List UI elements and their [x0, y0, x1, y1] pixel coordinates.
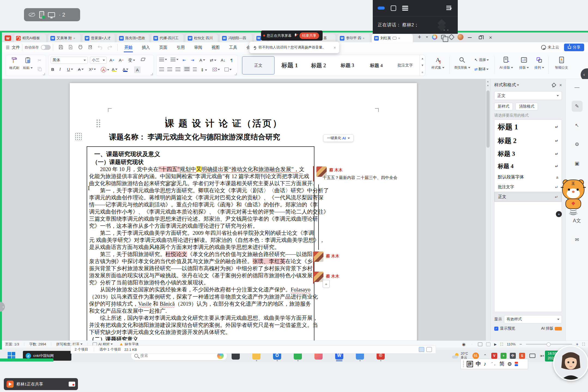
- style-item-标题 3[interactable]: 标题 3↵: [495, 147, 562, 160]
- hamburger-icon[interactable]: ☰: [6, 45, 10, 50]
- document-tab[interactable]: W艾美琳 附: [48, 34, 80, 42]
- add-comment-button[interactable]: +: [323, 280, 330, 288]
- scrollbar-thumb[interactable]: [486, 90, 490, 148]
- font-color-button[interactable]: A: [123, 67, 128, 72]
- style-item-标题 2[interactable]: 标题 2↵: [495, 134, 562, 147]
- style-set-button[interactable]: A✎ 样式集: [429, 56, 447, 70]
- ime-toolbar[interactable]: 拼 中 ♪ ゛， 简 ⚙: [460, 359, 528, 369]
- theme-ring-icon[interactable]: [432, 34, 437, 40]
- scroll-up-icon[interactable]: ▲: [487, 80, 489, 83]
- meeting-maximize-icon[interactable]: [391, 5, 396, 11]
- ime-simplified-icon[interactable]: 简: [499, 360, 505, 367]
- menu-审阅[interactable]: 审阅: [193, 43, 203, 52]
- gallery-scroll[interactable]: ▲▼≡: [420, 55, 425, 76]
- panel-close-icon[interactable]: ×: [559, 83, 562, 88]
- menu-开始[interactable]: 开始: [124, 43, 133, 52]
- autosave-toggle[interactable]: [41, 45, 51, 50]
- text-scale-button[interactable]: A: [199, 58, 205, 62]
- ime-voice-icon[interactable]: ♪: [484, 361, 486, 367]
- tray-wps-icon[interactable]: V: [491, 353, 497, 359]
- redo-icon[interactable]: [107, 45, 113, 50]
- panel-collapse-chevrons[interactable]: ⌃⌃: [443, 29, 450, 33]
- outline-view-icon[interactable]: [486, 342, 490, 346]
- phonetic-guide-button[interactable]: 变: [128, 58, 135, 63]
- shading-button[interactable]: [213, 68, 220, 71]
- preview-checkbox[interactable]: ✓: [494, 327, 498, 331]
- undo-icon[interactable]: [97, 45, 103, 50]
- line-spacing-button[interactable]: ⇕: [201, 68, 207, 72]
- format-painter-button[interactable]: 格式刷: [8, 57, 21, 70]
- increase-indent-icon[interactable]: ⇥: [191, 58, 194, 63]
- ai-layout-button[interactable]: AI 排版: [497, 56, 515, 70]
- clear-format-button[interactable]: [141, 58, 145, 61]
- layout-button[interactable]: A 排版: [517, 56, 531, 70]
- bold-button[interactable]: B: [51, 67, 54, 72]
- window-close-button[interactable]: ×: [489, 35, 492, 40]
- style-item-正文[interactable]: 正文↵: [495, 192, 562, 202]
- tray-ime-icon[interactable]: 中: [510, 353, 516, 359]
- play-view-icon[interactable]: ▶: [494, 342, 497, 346]
- new-tab-button[interactable]: +: [418, 34, 421, 41]
- wps-home-tab[interactable]: W: [2, 34, 14, 42]
- document-tab[interactable]: W陈先强+思政: [117, 34, 149, 42]
- window-restore-button[interactable]: [479, 36, 482, 39]
- align-center-icon[interactable]: [167, 68, 172, 71]
- shrink-font-button[interactable]: A−: [119, 58, 123, 62]
- style-item-默认段落字体[interactable]: 默认段落字体a: [495, 172, 562, 182]
- comment-avatar[interactable]: [313, 251, 323, 262]
- menu-引用[interactable]: 引用: [176, 43, 185, 52]
- share-float-toolbar[interactable]: · 2: [24, 8, 80, 21]
- document-tab[interactable]: W杜怡文 四川: [186, 34, 218, 42]
- tray-expand-icon[interactable]: ⌃: [483, 353, 487, 358]
- gallery-scroll-icon[interactable]: ▼: [421, 64, 424, 67]
- ime-drag-handle[interactable]: [463, 360, 464, 367]
- ime-settings-icon[interactable]: ⚙: [507, 361, 512, 367]
- table-handle-icon[interactable]: [75, 133, 82, 141]
- ime-pinyin-icon[interactable]: 拼: [467, 361, 473, 367]
- superscript-button[interactable]: X²: [89, 67, 96, 72]
- weather-widget[interactable]: 20°C多云: [452, 352, 468, 360]
- copy-icon[interactable]: [35, 66, 44, 72]
- style-cell-标题 3[interactable]: 标题 3: [334, 56, 361, 75]
- share-button[interactable]: 分享: [564, 44, 584, 51]
- meeting-minimize-icon[interactable]: [378, 7, 385, 10]
- find-replace-button[interactable]: 查找替换: [451, 56, 473, 70]
- apps-cube-icon[interactable]: [448, 34, 455, 40]
- document-tab[interactable]: W刘红英×: [372, 34, 413, 42]
- tab-close-icon[interactable]: ×: [398, 36, 400, 40]
- document-tab[interactable]: 稻壳AI模板: [14, 34, 46, 42]
- grow-font-button[interactable]: A+: [110, 58, 114, 62]
- gallery-scroll-icon[interactable]: ▲: [421, 57, 424, 60]
- file-menu[interactable]: 文件: [12, 45, 20, 50]
- translate-button[interactable]: ⇄ 翻译: [474, 67, 489, 72]
- tray-s-icon[interactable]: S: [519, 353, 525, 359]
- stamp-icon[interactable]: ▣: [572, 158, 583, 169]
- style-filter-select[interactable]: 有效样式: [504, 315, 562, 323]
- menu-插入[interactable]: 插入: [141, 43, 150, 52]
- highlight-color-button[interactable]: A: [112, 67, 117, 72]
- ime-lang-icon[interactable]: 中: [476, 360, 481, 367]
- tray-sync-icon[interactable]: +: [501, 353, 507, 359]
- bullets-button[interactable]: [159, 58, 167, 61]
- settings-sliders-icon[interactable]: ⚙: [572, 139, 583, 150]
- word-count[interactable]: 字数: 2994: [29, 342, 46, 347]
- device-share-icon[interactable]: [39, 11, 44, 18]
- style-item-标题 1[interactable]: 标题 1↵: [495, 120, 562, 134]
- borders-button[interactable]: [225, 68, 232, 71]
- document-tab[interactable]: W曾家灏+人才: [83, 34, 115, 42]
- stop-sharing-button[interactable]: 结束共享: [299, 32, 319, 39]
- gallery-scroll-icon[interactable]: ≡: [422, 71, 423, 74]
- current-style-select[interactable]: 正文: [494, 91, 562, 100]
- ime-punct-icon[interactable]: ゛，: [489, 361, 497, 366]
- zoom-out-icon[interactable]: −: [519, 342, 522, 347]
- zoom-value[interactable]: 110%: [507, 342, 516, 346]
- align-left-icon[interactable]: [159, 68, 164, 71]
- display-tray-icon[interactable]: [529, 354, 535, 358]
- pin-icon[interactable]: [551, 83, 555, 87]
- numbering-button[interactable]: [171, 58, 178, 61]
- sort-icon[interactable]: A↓: [221, 58, 226, 62]
- distribute-icon[interactable]: [193, 68, 197, 71]
- select-cursor-icon[interactable]: ↖: [572, 120, 583, 131]
- clear-format-button[interactable]: 清除格式: [516, 103, 538, 110]
- fit-page-icon[interactable]: ⛶: [582, 342, 585, 347]
